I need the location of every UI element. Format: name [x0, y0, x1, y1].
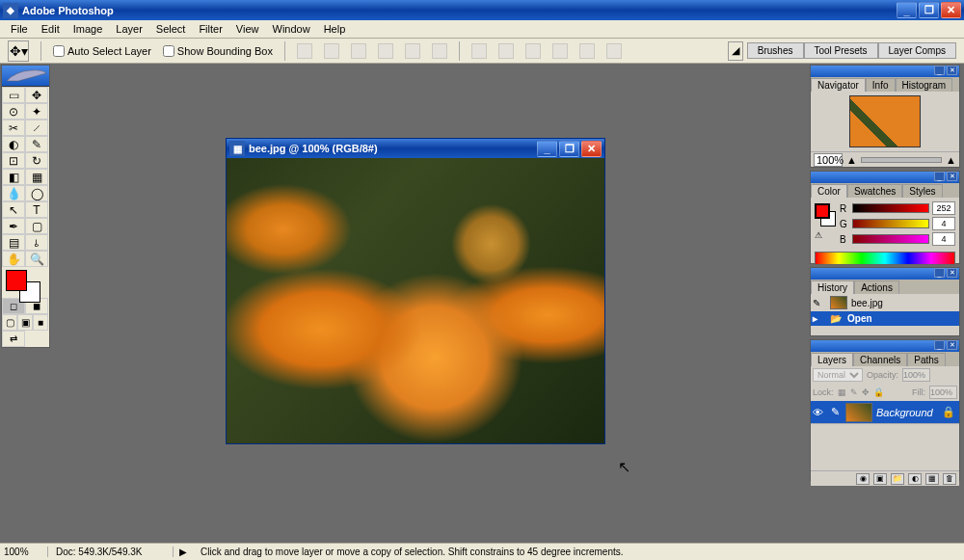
minimize-button[interactable]: _ [897, 2, 917, 18]
marquee-tool[interactable]: ▭ [2, 87, 25, 103]
align-top-button[interactable] [297, 43, 312, 59]
menu-window[interactable]: Window [266, 21, 317, 37]
layer-style-button[interactable]: ◉ [856, 473, 870, 485]
path-tool[interactable]: ↖ [2, 201, 25, 218]
foreground-color-swatch[interactable] [6, 270, 27, 291]
layer-background[interactable]: 👁 ✎ Background 🔒 [811, 401, 959, 424]
history-brush-tool[interactable]: ↻ [25, 152, 48, 169]
r-value[interactable]: 252 [932, 201, 955, 215]
panel-close-button[interactable]: ✕ [947, 66, 957, 75]
crop-tool[interactable]: ✂ [2, 120, 25, 136]
document-titlebar[interactable]: ▦ bee.jpg @ 100% (RGB/8#) _ ❐ ✕ [227, 139, 604, 158]
visibility-eye-icon[interactable]: 👁 [811, 406, 824, 419]
panel-close-button[interactable]: ✕ [947, 172, 957, 181]
history-brush-source-icon[interactable]: ✎ [813, 298, 826, 308]
tab-history[interactable]: History [811, 280, 854, 294]
wand-tool[interactable]: ✦ [25, 103, 48, 120]
tab-swatches[interactable]: Swatches [847, 184, 902, 198]
panel-minimize-button[interactable]: _ [934, 66, 945, 75]
brush-tool[interactable]: ✎ [25, 136, 48, 152]
doc-minimize-button[interactable]: _ [537, 141, 557, 157]
panel-minimize-button[interactable]: _ [934, 268, 945, 278]
r-slider[interactable] [852, 203, 929, 213]
navigator-preview[interactable] [849, 95, 921, 147]
jump-imageready-button[interactable]: ⇄ [2, 331, 25, 347]
menu-help[interactable]: Help [317, 21, 353, 37]
color-spectrum[interactable] [815, 252, 955, 265]
tab-navigator[interactable]: Navigator [811, 78, 866, 92]
tab-histogram[interactable]: Histogram [896, 78, 953, 92]
lock-paint-icon[interactable]: ✎ [850, 387, 858, 397]
slice-tool[interactable]: ⟋ [25, 120, 48, 136]
lasso-tool[interactable]: ⊙ [2, 103, 25, 120]
screen-standard-button[interactable]: ▢ [2, 314, 17, 331]
layer-set-button[interactable]: 📁 [891, 473, 904, 485]
navigator-zoom-value[interactable]: 100% [814, 153, 843, 167]
distribute-vcenter-button[interactable] [498, 43, 514, 59]
panel-close-button[interactable]: ✕ [947, 268, 957, 278]
doc-close-button[interactable]: ✕ [581, 141, 602, 157]
toolbox-header[interactable] [2, 66, 49, 87]
zoom-slider[interactable] [861, 157, 942, 163]
tab-layers[interactable]: Layers [811, 353, 853, 366]
palette-tab-toolpresets[interactable]: Tool Presets [804, 42, 878, 59]
zoom-out-icon[interactable]: ▲ [846, 154, 857, 166]
color-fg-swatch[interactable] [815, 203, 830, 219]
blur-tool[interactable]: 💧 [2, 185, 25, 201]
panel-close-button[interactable]: ✕ [947, 340, 957, 350]
opacity-input[interactable] [902, 368, 930, 382]
layer-mask-button[interactable]: ▣ [873, 473, 887, 485]
palette-tab-layercomps[interactable]: Layer Comps [878, 42, 956, 59]
zoom-tool[interactable]: 🔍 [25, 251, 48, 267]
doc-maximize-button[interactable]: ❐ [559, 141, 579, 157]
adjustment-layer-button[interactable]: ◐ [908, 473, 922, 485]
palette-well-grip-icon[interactable]: ◢ [728, 41, 743, 61]
move-tool[interactable]: ✥ [25, 87, 48, 103]
delete-layer-button[interactable]: 🗑 [943, 473, 956, 485]
new-layer-button[interactable]: ▦ [925, 473, 939, 485]
zoom-in-icon[interactable]: ▲ [946, 154, 956, 166]
menu-view[interactable]: View [229, 21, 266, 37]
panel-minimize-button[interactable]: _ [934, 172, 945, 181]
shape-tool[interactable]: ▢ [25, 218, 48, 234]
gradient-tool[interactable]: ▦ [25, 169, 48, 185]
status-docinfo[interactable]: Doc: 549.3K/549.3K [48, 547, 174, 557]
b-slider[interactable] [852, 234, 929, 244]
palette-tab-brushes[interactable]: Brushes [747, 42, 804, 59]
lock-trans-icon[interactable]: ▦ [838, 387, 846, 397]
move-tool-icon[interactable]: ✥▾ [8, 40, 29, 62]
g-slider[interactable] [852, 219, 929, 228]
history-state-open[interactable]: ▸ 📂 Open [811, 311, 959, 326]
color-picker[interactable] [2, 267, 49, 298]
panel-minimize-button[interactable]: _ [934, 340, 945, 350]
distribute-bottom-button[interactable] [525, 43, 541, 59]
tab-styles[interactable]: Styles [902, 184, 942, 198]
auto-select-checkbox[interactable]: Auto Select Layer [53, 45, 151, 57]
eyedropper-tool[interactable]: ⫰ [25, 234, 48, 251]
align-bottom-button[interactable] [351, 43, 366, 59]
layer-link-icon[interactable]: ✎ [828, 406, 842, 419]
blend-mode-select[interactable]: Normal [813, 368, 863, 382]
status-zoom[interactable]: 100% [0, 547, 48, 557]
screen-menubar-button[interactable]: ▣ [17, 314, 33, 331]
lock-move-icon[interactable]: ✥ [862, 387, 870, 397]
menu-filter[interactable]: Filter [192, 21, 228, 37]
tab-actions[interactable]: Actions [854, 280, 899, 294]
b-value[interactable]: 4 [932, 232, 955, 246]
lock-all-icon[interactable]: 🔒 [873, 387, 884, 397]
status-arrow-icon[interactable]: ▶ [174, 547, 193, 557]
menu-select[interactable]: Select [149, 21, 193, 37]
menu-image[interactable]: Image [67, 21, 110, 37]
menu-edit[interactable]: Edit [35, 21, 67, 37]
g-value[interactable]: 4 [932, 217, 955, 230]
eraser-tool[interactable]: ◧ [2, 169, 25, 185]
tab-channels[interactable]: Channels [853, 353, 907, 366]
heal-tool[interactable]: ◐ [2, 136, 25, 152]
align-hcenter-button[interactable] [405, 43, 420, 59]
pen-tool[interactable]: ✒ [2, 218, 25, 234]
align-right-button[interactable] [432, 43, 447, 59]
distribute-left-button[interactable] [552, 43, 568, 59]
align-left-button[interactable] [378, 43, 393, 59]
tab-color[interactable]: Color [811, 184, 847, 198]
bounding-box-checkbox[interactable]: Show Bounding Box [163, 45, 273, 57]
